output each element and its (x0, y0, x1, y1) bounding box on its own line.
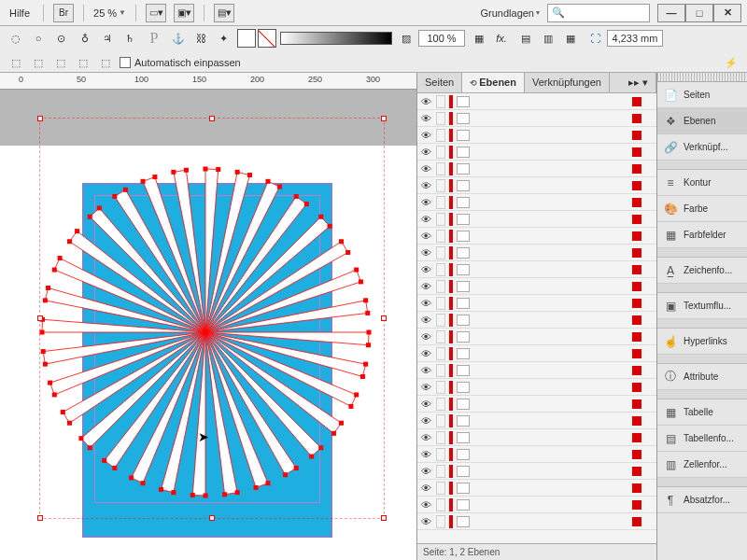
tab-seiten[interactable]: Seiten (417, 73, 462, 92)
distribute-icon[interactable]: ♃ (97, 28, 118, 49)
layer-row[interactable]: 👁 (417, 93, 656, 110)
lock-icon[interactable] (436, 482, 445, 495)
layer-row[interactable]: 👁 (417, 345, 656, 362)
visibility-icon[interactable]: 👁 (419, 112, 432, 125)
view-options-button[interactable]: ▭▾ (146, 4, 166, 22)
lock-icon[interactable] (436, 230, 445, 243)
fit-5-icon[interactable]: ⬚ (95, 52, 116, 73)
dock-zellenfor-[interactable]: ▥Zellenfor... (657, 452, 747, 478)
measure-input[interactable]: 4,233 mm (607, 30, 663, 47)
lock-icon[interactable] (436, 162, 445, 175)
effects-icon[interactable]: ▦ (469, 28, 489, 49)
lock-icon[interactable] (436, 515, 445, 528)
lock-icon[interactable] (436, 364, 445, 377)
lock-icon[interactable] (436, 196, 445, 209)
layer-row[interactable]: 👁 (417, 127, 656, 144)
layer-row[interactable]: 👁 (417, 228, 656, 245)
layer-row[interactable]: 👁 (417, 245, 656, 261)
star-icon[interactable]: ✦ (213, 28, 233, 49)
dock-hyperlinks[interactable]: ☝Hyperlinks (657, 329, 747, 355)
visibility-icon[interactable]: 👁 (419, 431, 432, 444)
visibility-icon[interactable]: 👁 (419, 146, 432, 159)
lock-icon[interactable] (436, 448, 445, 461)
visibility-icon[interactable]: 👁 (419, 263, 432, 276)
paragraph-icon[interactable]: P (144, 28, 164, 49)
anchor-icon[interactable]: ⚓ (168, 28, 189, 49)
text-wrap-1-icon[interactable]: ▤ (515, 28, 536, 49)
layer-row[interactable]: 👁 (417, 110, 656, 127)
dock-textumflu-[interactable]: ▣Textumflu... (657, 293, 747, 319)
dock-verkn-pf-[interactable]: 🔗Verknüpf... (657, 134, 747, 161)
layer-row[interactable]: 👁 (417, 211, 656, 228)
lock-icon[interactable] (436, 347, 445, 360)
fit-1-icon[interactable]: ⬚ (6, 52, 26, 73)
text-wrap-3-icon[interactable]: ▦ (560, 28, 581, 49)
stroke-swatch[interactable] (258, 29, 276, 48)
layer-row[interactable]: 👁 (417, 413, 656, 429)
help-menu[interactable]: Hilfe (6, 7, 34, 19)
layer-row[interactable]: 👁 (417, 513, 656, 530)
visibility-icon[interactable]: 👁 (419, 196, 432, 209)
fit-3-icon[interactable]: ⬚ (50, 52, 71, 73)
document-canvas[interactable]: 050100150200250300 ➤ (0, 73, 416, 560)
circle-icon[interactable]: ○ (28, 28, 49, 49)
layer-row[interactable]: 👁 (417, 329, 656, 345)
dock-tabellenfo-[interactable]: ▤Tabellenfo... (657, 426, 747, 452)
fit-4-icon[interactable]: ⬚ (73, 52, 93, 73)
panel-menu-button[interactable]: ▸▸ ▾ (621, 73, 656, 92)
visibility-icon[interactable]: 👁 (419, 414, 432, 427)
lock-icon[interactable] (436, 280, 445, 293)
layer-row[interactable]: 👁 (417, 295, 656, 312)
lock-icon[interactable] (436, 263, 445, 276)
dock-kontur[interactable]: ≡Kontur (657, 170, 747, 196)
visibility-icon[interactable]: 👁 (419, 381, 432, 394)
layer-row[interactable]: 👁 (417, 362, 656, 379)
dock-grip[interactable] (657, 73, 747, 82)
zoom-dropdown[interactable]: 25 %▼ (93, 7, 126, 19)
layer-row[interactable]: 👁 (417, 161, 656, 177)
visibility-icon[interactable]: 👁 (419, 347, 432, 360)
gradient-bar[interactable] (280, 32, 392, 45)
dock-seiten[interactable]: 📄Seiten (657, 82, 747, 108)
dock-ebenen[interactable]: ❖Ebenen (657, 108, 747, 134)
transform-icon[interactable]: ♄ (120, 28, 140, 49)
maximize-button[interactable]: □ (685, 4, 713, 22)
search-input[interactable]: 🔍 (547, 4, 650, 22)
visibility-icon[interactable]: 👁 (419, 482, 432, 495)
visibility-icon[interactable]: 👁 (419, 314, 432, 327)
visibility-icon[interactable]: 👁 (419, 465, 432, 478)
fx-icon[interactable]: fx. (491, 28, 512, 49)
visibility-icon[interactable]: 👁 (419, 515, 432, 528)
tab-ebenen[interactable]: ⟲Ebenen (462, 73, 525, 92)
lock-icon[interactable] (436, 431, 445, 444)
fit-2-icon[interactable]: ⬚ (28, 52, 49, 73)
layer-row[interactable]: 👁 (417, 312, 656, 329)
lock-icon[interactable] (436, 146, 445, 159)
visibility-icon[interactable]: 👁 (419, 129, 432, 142)
visibility-icon[interactable]: 👁 (419, 162, 432, 175)
arrange-button[interactable]: ▤▾ (214, 4, 234, 22)
lock-icon[interactable] (436, 112, 445, 125)
dock-absatzfor-[interactable]: ¶Absatzfor... (657, 487, 747, 513)
opacity-input[interactable]: 100 % (418, 30, 465, 47)
visibility-icon[interactable]: 👁 (419, 95, 432, 108)
fill-swatch[interactable] (237, 29, 256, 48)
visibility-icon[interactable]: 👁 (419, 280, 432, 293)
layer-row[interactable]: 👁 (417, 497, 656, 513)
dock-zeichenfo-[interactable]: A̲Zeichenfo... (657, 258, 747, 284)
workspace-dropdown[interactable]: Grundlagen▾ (481, 7, 541, 19)
layer-row[interactable]: 👁 (417, 446, 656, 463)
link-icon[interactable]: ⛓ (190, 28, 211, 49)
visibility-icon[interactable]: 👁 (419, 448, 432, 461)
layer-row[interactable]: 👁 (417, 278, 656, 295)
crop-icon[interactable]: ⛶ (585, 28, 605, 49)
dock-farbe[interactable]: 🎨Farbe (657, 196, 747, 222)
visibility-icon[interactable]: 👁 (419, 213, 432, 226)
dock-farbfelder[interactable]: ▦Farbfelder (657, 222, 747, 248)
lock-icon[interactable] (436, 246, 445, 259)
lock-icon[interactable] (436, 129, 445, 142)
lock-icon[interactable] (436, 465, 445, 478)
layer-row[interactable]: 👁 (417, 194, 656, 211)
lock-icon[interactable] (436, 398, 445, 411)
screen-mode-button[interactable]: ▣▾ (174, 4, 194, 22)
